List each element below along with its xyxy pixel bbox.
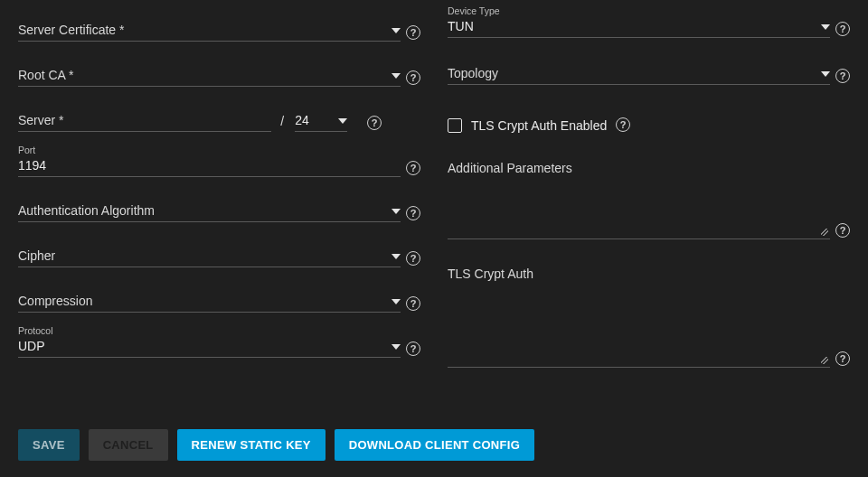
form-columns: Server Certificate * ? Root CA * ? <box>18 16 850 397</box>
help-icon[interactable]: ? <box>835 22 850 36</box>
download-client-config-button[interactable]: DOWNLOAD CLIENT CONFIG <box>335 429 534 461</box>
save-button[interactable]: SAVE <box>18 429 80 461</box>
additional-parameters-row: Additional Parameters ? <box>448 161 850 239</box>
compression-label: Compression <box>18 294 92 308</box>
right-column: Device Type TUN ? Topology ? <box>448 16 850 397</box>
help-icon[interactable]: ? <box>406 25 420 40</box>
port-float-label: Port <box>18 145 35 155</box>
server-certificate-select[interactable]: Server Certificate * ? <box>18 22 420 42</box>
auth-algorithm-label: Authentication Algorithm <box>18 203 155 218</box>
resize-handle-icon[interactable] <box>821 357 828 364</box>
chevron-down-icon <box>392 344 401 350</box>
server-mask-value: 24 <box>295 113 309 127</box>
help-icon[interactable]: ? <box>406 251 420 266</box>
cancel-button[interactable]: CANCEL <box>89 429 168 461</box>
port-input[interactable]: Port 1194 ? <box>18 157 420 177</box>
openvpn-settings-form: Server Certificate * ? Root CA * ? <box>0 0 868 477</box>
tls-crypt-auth-label: TLS Crypt Auth <box>448 267 830 281</box>
topology-label: Topology <box>448 66 498 80</box>
help-icon[interactable]: ? <box>406 296 420 311</box>
server-mask-select[interactable]: 24 <box>295 113 347 132</box>
compression-select[interactable]: Compression ? <box>18 293 420 313</box>
server-input[interactable]: Server * <box>18 112 271 132</box>
left-column: Server Certificate * ? Root CA * ? <box>18 16 420 397</box>
tls-crypt-auth-textarea[interactable]: TLS Crypt Auth <box>448 267 830 368</box>
chevron-down-icon <box>392 73 401 79</box>
chevron-down-icon <box>338 118 347 124</box>
help-icon[interactable]: ? <box>367 116 382 130</box>
protocol-float-label: Protocol <box>18 325 53 336</box>
chevron-down-icon <box>392 254 401 259</box>
chevron-down-icon <box>821 71 830 77</box>
additional-parameters-textarea[interactable]: Additional Parameters <box>448 161 830 239</box>
help-icon[interactable]: ? <box>616 117 630 132</box>
device-type-value: TUN <box>448 19 474 33</box>
help-icon[interactable]: ? <box>406 341 420 356</box>
resize-handle-icon[interactable] <box>821 229 828 236</box>
help-icon[interactable]: ? <box>406 70 420 85</box>
topology-select[interactable]: Topology ? <box>448 65 850 85</box>
root-ca-select[interactable]: Root CA * ? <box>18 67 420 87</box>
server-network-row: Server * / 24 ? <box>18 112 420 132</box>
server-certificate-label: Server Certificate * <box>18 23 124 37</box>
cipher-select[interactable]: Cipher ? <box>18 248 420 267</box>
help-icon[interactable]: ? <box>406 161 420 175</box>
cidr-slash: / <box>280 114 284 128</box>
port-value: 1194 <box>18 158 46 173</box>
device-type-float-label: Device Type <box>448 5 500 16</box>
chevron-down-icon <box>392 28 401 33</box>
renew-static-key-button[interactable]: RENEW STATIC KEY <box>177 429 326 461</box>
protocol-value: UDP <box>18 339 45 353</box>
chevron-down-icon <box>821 24 830 30</box>
help-icon[interactable]: ? <box>835 69 850 83</box>
tls-crypt-auth-enabled-checkbox[interactable] <box>448 118 462 133</box>
help-icon[interactable]: ? <box>406 206 420 220</box>
chevron-down-icon <box>392 209 401 214</box>
server-label: Server * <box>18 113 64 127</box>
footer-actions: SAVE CANCEL RENEW STATIC KEY DOWNLOAD CL… <box>18 429 850 461</box>
auth-algorithm-select[interactable]: Authentication Algorithm ? <box>18 202 420 222</box>
root-ca-label: Root CA * <box>18 68 73 82</box>
help-icon[interactable]: ? <box>835 351 850 366</box>
cipher-label: Cipher <box>18 248 55 263</box>
chevron-down-icon <box>392 299 401 304</box>
protocol-select[interactable]: Protocol UDP ? <box>18 338 420 358</box>
tls-crypt-auth-enabled-row: TLS Crypt Auth Enabled ? <box>448 117 850 134</box>
additional-parameters-label: Additional Parameters <box>448 161 830 175</box>
device-type-select[interactable]: Device Type TUN ? <box>448 18 850 38</box>
tls-crypt-auth-row: TLS Crypt Auth ? <box>448 267 850 368</box>
tls-crypt-auth-enabled-label: TLS Crypt Auth Enabled <box>471 118 607 133</box>
help-icon[interactable]: ? <box>835 223 850 238</box>
